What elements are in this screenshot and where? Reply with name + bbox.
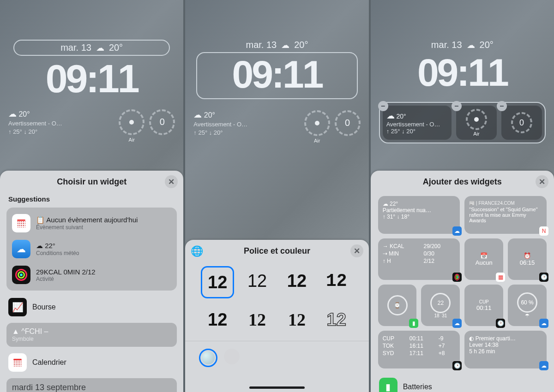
sheet-header: 🌐 Police et couleur ✕: [185, 240, 368, 261]
lockscreen-clock: 09:11: [0, 59, 183, 98]
suggestion-activity[interactable]: 29KCAL 0MIN 2/12 Activité: [9, 262, 174, 288]
weather-app-badge-icon: ☁: [539, 319, 548, 328]
font-option-2[interactable]: 12: [241, 266, 274, 296]
suggestions-heading: Suggestions: [0, 191, 183, 205]
screenshot-1-lockscreen-widget-picker: mar. 13 20° 09:11 20° Avertissement - O……: [0, 0, 183, 392]
weather-hilo: ↑ 25° ↓ 20°: [8, 128, 114, 136]
app-bourse[interactable]: 📈 Bourse: [0, 293, 183, 321]
weather-icon: ☁: [12, 240, 30, 258]
gallery-timer-small[interactable]: CUP 00:11 🕑: [464, 285, 503, 326]
remove-button[interactable]: –: [497, 101, 507, 111]
calendar-icon: [8, 353, 27, 372]
remove-button[interactable]: –: [378, 101, 388, 111]
font-option-1[interactable]: 12: [201, 266, 234, 298]
font-option-7[interactable]: 12: [280, 305, 313, 334]
date-text-row: mar. 13 20°: [371, 40, 554, 50]
gallery-watch-small[interactable]: ⌚ ▮: [378, 285, 417, 326]
lockscreen-clock-selected[interactable]: 09:11: [196, 52, 357, 99]
gallery-moon-card[interactable]: ◐ Premier quarti… Lever 14:38 5 h 26 min…: [464, 331, 547, 368]
sheet-title: Police et couleur: [244, 246, 310, 256]
air-quality-widget[interactable]: Air: [119, 109, 145, 135]
cloud-icon: [96, 42, 104, 53]
widget-row: 20° Avertissement - O… ↑ 25° ↓ 20° Air 0: [8, 108, 175, 136]
widget-gallery: ☁ 22° Partiellement nua… ↑ 31° ↓ 18° ☁ 📰…: [371, 191, 554, 373]
temp-text: 20°: [109, 42, 123, 53]
gallery-rain-small[interactable]: 60 % ☂ ☁: [508, 285, 547, 326]
gallery-worldclock-card[interactable]: CUP00:11-9 TOK16:11+7 SYD17:11+8 🕑: [378, 331, 460, 368]
suggestion-calendar[interactable]: 📋 Aucun évènement aujourd'hui Évènement …: [9, 210, 174, 236]
widget-row-editing[interactable]: – 20° Avertissement - O… ↑ 25° ↓ 20° – A…: [379, 102, 546, 143]
uv-widget[interactable]: 0: [149, 109, 175, 135]
gallery-activity-card[interactable]: → KCAL29/200 ⇢ MIN0/30 ↑ H2/12: [378, 238, 460, 280]
font-option-3[interactable]: 12: [280, 266, 313, 296]
cloud-icon: [467, 40, 475, 50]
font-options-grid: 12 12 12 12 12 12 12 12: [185, 261, 368, 341]
calendar-icon: [12, 214, 30, 232]
suggestion-weather[interactable]: ☁ ☁ 22° Conditions météo: [9, 236, 174, 262]
date-text-row: mar. 13 20°: [185, 40, 368, 50]
gallery-weather-card[interactable]: ☁ 22° Partiellement nua… ↑ 31° ↓ 18° ☁: [378, 196, 460, 234]
close-button[interactable]: ✕: [350, 244, 363, 257]
sheet-header: Choisir un widget ✕: [0, 171, 183, 191]
color-options-row: [185, 341, 368, 372]
gallery-alarm-small[interactable]: ⏰06:15 🕑: [508, 238, 547, 280]
slot-weather[interactable]: – 20° Avertissement - O… ↑ 25° ↓ 20°: [383, 106, 452, 140]
sheet-title: Choisir un widget: [57, 177, 126, 187]
stock-widget-card[interactable]: ▲ ^FCHI – Symbole: [6, 323, 177, 347]
air-quality-widget[interactable]: Air: [304, 110, 330, 136]
widget-picker-sheet: Choisir un widget ✕ Suggestions 📋 Aucun …: [0, 171, 183, 392]
date-pill[interactable]: mar. 13 20°: [13, 40, 170, 56]
weather-app-badge-icon: ☁: [452, 226, 462, 236]
weather-app-badge-icon: ☁: [539, 361, 548, 370]
screenshot-3-add-widgets: mar. 13 20° 09:11 – 20° Avertissement - …: [371, 0, 554, 392]
date-text: mar. 13: [60, 42, 91, 53]
uv-widget[interactable]: 0: [335, 110, 361, 136]
sheet-header: Ajouter des widgets ✕: [371, 171, 554, 191]
weather-alert: Avertissement - O…: [8, 119, 114, 128]
clock-app-badge-icon: 🕑: [452, 361, 462, 370]
screenshot-2-font-color-picker: mar. 13 20° 09:11 20° Avertissement - O……: [185, 0, 368, 392]
weather-widget-large[interactable]: 20° Avertissement - O… ↑ 25° ↓ 20°: [8, 108, 114, 136]
suggestions-card: 📋 Aucun évènement aujourd'hui Évènement …: [6, 208, 177, 291]
lockscreen-clock: 09:11: [371, 53, 554, 92]
gallery-calendar-small[interactable]: 📅Aucun ▦: [464, 238, 503, 280]
weather-app-badge-icon: ☁: [452, 319, 462, 328]
home-indicator[interactable]: [249, 386, 305, 389]
cloud-icon: [386, 113, 395, 120]
calendar-widget-card[interactable]: mardi 13 septembre Date: [6, 378, 177, 392]
calendar-app-badge-icon: ▦: [496, 273, 505, 282]
news-app-badge-icon: N: [539, 226, 548, 236]
close-button[interactable]: ✕: [536, 175, 548, 188]
color-swatch-gray[interactable]: [224, 349, 240, 364]
close-button[interactable]: ✕: [165, 175, 178, 188]
globe-icon[interactable]: 🌐: [191, 245, 203, 257]
gallery-tempring-small[interactable]: 22 18 31 ☁: [421, 285, 460, 326]
battery-app-badge-icon: ▮: [409, 319, 418, 328]
cloud-icon: [8, 110, 17, 118]
battery-icon: ▮: [379, 378, 397, 392]
clock-app-badge-icon: 🕑: [496, 319, 505, 328]
activity-app-badge-icon: [452, 273, 462, 282]
gallery-news-card[interactable]: 📰 | FRANCE24.COM "Succession" et "Squid …: [464, 196, 547, 234]
slot-uv[interactable]: – 0: [501, 106, 542, 140]
weather-widget-large[interactable]: 20° Avertissement - O… ↑ 25° ↓ 20°: [193, 109, 299, 137]
font-option-6[interactable]: 12: [241, 305, 274, 334]
app-batteries[interactable]: ▮ Batteries: [371, 373, 554, 392]
activity-icon: [12, 266, 30, 284]
widget-row: 20° Avertissement - O… ↑ 25° ↓ 20° Air 0: [193, 109, 360, 137]
font-option-8[interactable]: 12: [320, 305, 353, 334]
font-color-sheet: 🌐 Police et couleur ✕ 12 12 12 12 12 12 …: [185, 240, 368, 392]
clock-app-badge-icon: 🕑: [539, 273, 548, 282]
remove-button[interactable]: –: [452, 101, 462, 111]
slot-air[interactable]: – Air: [456, 106, 497, 140]
app-calendrier[interactable]: Calendrier: [0, 349, 183, 376]
cloud-icon: [193, 111, 202, 119]
add-widgets-sheet: Ajouter des widgets ✕ ☁ 22° Partiellemen…: [371, 171, 554, 392]
color-swatch-selected[interactable]: [199, 349, 217, 367]
font-option-5[interactable]: 12: [201, 305, 234, 334]
cloud-icon: [281, 40, 289, 50]
stocks-icon: 📈: [8, 298, 27, 316]
sheet-title: Ajouter des widgets: [423, 177, 502, 187]
font-option-4[interactable]: 12: [320, 266, 353, 296]
